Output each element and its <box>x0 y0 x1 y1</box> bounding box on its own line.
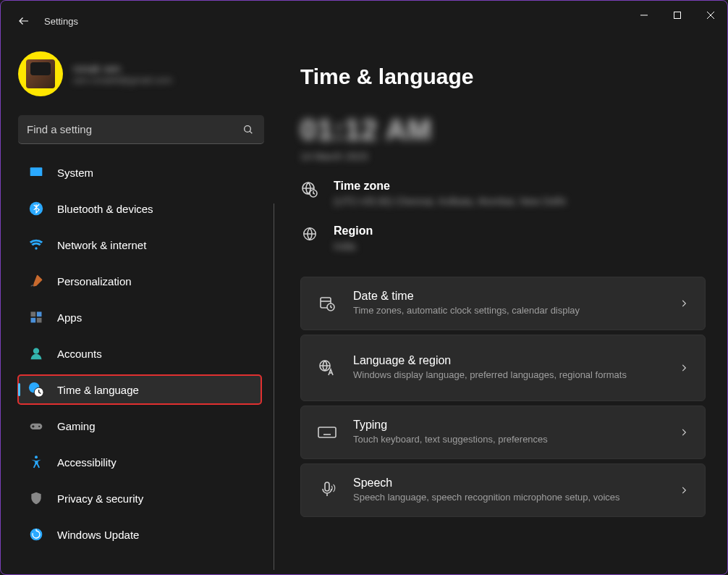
search-input[interactable] <box>27 123 242 135</box>
clock-globe-icon <box>28 382 44 398</box>
close-button[interactable] <box>694 1 727 30</box>
display-icon <box>28 164 44 180</box>
svg-rect-7 <box>30 167 43 176</box>
card-description: Touch keyboard, text suggestions, prefer… <box>353 433 663 446</box>
svg-rect-12 <box>37 318 42 323</box>
sidebar-item-label: Time & language <box>57 384 139 396</box>
apps-icon <box>28 309 44 325</box>
info-row-time-zone[interactable]: Time zone(UTC+05:30) Chennai, Kolkata, M… <box>300 180 706 207</box>
main-panel: Time & language 01:12 AM 14 March 2023 T… <box>276 41 727 574</box>
app-title: Settings <box>44 16 78 27</box>
sidebar-item-label: Bluetooth & devices <box>57 203 153 215</box>
maximize-button[interactable] <box>661 1 694 30</box>
sidebar: ronak sen sen.ronak9@gmail.com SystemBlu… <box>1 41 276 574</box>
chevron-right-icon <box>679 363 689 373</box>
sidebar-item-label: Network & internet <box>57 239 146 251</box>
minimize-button[interactable] <box>627 1 661 30</box>
avatar <box>18 51 63 96</box>
card-description: Time zones, automatic clock settings, ca… <box>353 304 663 317</box>
bluetooth-icon <box>28 201 44 217</box>
gamepad-icon <box>28 418 44 434</box>
settings-card-typing[interactable]: TypingTouch keyboard, text suggestions, … <box>300 406 706 459</box>
window-controls <box>627 1 727 30</box>
card-title: Language & region <box>353 354 663 367</box>
title-bar: Settings <box>1 1 727 41</box>
svg-rect-9 <box>31 312 36 317</box>
sidebar-item-apps[interactable]: Apps <box>18 303 261 332</box>
settings-card-language-region[interactable]: Language & regionWindows display languag… <box>300 335 706 401</box>
card-description: Windows display language, preferred lang… <box>353 369 663 382</box>
sidebar-divider <box>274 203 274 570</box>
sidebar-item-windows-update[interactable]: Windows Update <box>18 520 261 549</box>
svg-rect-1 <box>674 12 681 19</box>
svg-point-17 <box>38 426 40 427</box>
card-description: Speech language, speech recognition micr… <box>353 491 663 504</box>
info-row-region[interactable]: RegionIndia <box>300 224 706 252</box>
profile-block[interactable]: ronak sen sen.ronak9@gmail.com <box>18 51 276 96</box>
search-box[interactable] <box>18 115 264 144</box>
info-value: (UTC+05:30) Chennai, Kolkata, Mumbai, Ne… <box>334 196 566 207</box>
sidebar-item-bluetooth-devices[interactable]: Bluetooth & devices <box>18 194 261 223</box>
person-icon <box>28 345 44 361</box>
sidebar-item-gaming[interactable]: Gaming <box>18 411 261 440</box>
sidebar-item-label: System <box>57 167 93 179</box>
sidebar-item-accounts[interactable]: Accounts <box>18 339 261 368</box>
sidebar-item-privacy-security[interactable]: Privacy & security <box>18 484 261 513</box>
sidebar-item-label: Personalization <box>57 275 132 288</box>
language-icon <box>317 359 337 377</box>
sidebar-item-label: Accounts <box>57 348 102 360</box>
brush-icon <box>28 273 44 289</box>
sidebar-item-accessibility[interactable]: Accessibility <box>18 448 261 477</box>
settings-card-speech[interactable]: SpeechSpeech language, speech recognitio… <box>300 463 706 517</box>
info-value: India <box>334 240 373 252</box>
keyboard-icon <box>317 425 337 440</box>
settings-card-date-time[interactable]: Date & timeTime zones, automatic clock s… <box>300 277 706 330</box>
sidebar-item-time-language[interactable]: Time & language <box>18 375 261 404</box>
sidebar-item-label: Windows Update <box>57 529 139 541</box>
page-title: Time & language <box>300 64 706 89</box>
info-title: Time zone <box>334 180 566 193</box>
svg-line-6 <box>250 131 252 133</box>
svg-rect-11 <box>31 318 36 323</box>
accessibility-icon <box>28 454 44 470</box>
sidebar-item-network-internet[interactable]: Network & internet <box>18 230 261 259</box>
svg-rect-26 <box>318 427 336 437</box>
svg-point-5 <box>245 125 251 132</box>
card-title: Date & time <box>353 290 663 303</box>
sidebar-item-label: Gaming <box>57 420 96 432</box>
chevron-right-icon <box>679 427 689 437</box>
user-email: sen.ronak9@gmail.com <box>73 75 172 85</box>
svg-rect-10 <box>37 312 42 317</box>
update-icon <box>28 526 44 542</box>
svg-point-18 <box>35 456 38 458</box>
calendar-clock-icon <box>317 295 337 312</box>
search-icon <box>242 124 255 135</box>
chevron-right-icon <box>679 485 689 495</box>
card-title: Typing <box>353 419 663 432</box>
back-button[interactable] <box>17 14 31 28</box>
user-name: ronak sen <box>73 62 172 75</box>
sidebar-item-label: Privacy & security <box>57 492 143 505</box>
globe-clock-icon <box>300 181 319 198</box>
chevron-right-icon <box>679 298 689 309</box>
current-date: 14 March 2023 <box>300 151 706 162</box>
sidebar-item-label: Apps <box>57 311 82 324</box>
svg-point-13 <box>33 348 39 354</box>
info-title: Region <box>334 224 373 238</box>
sidebar-item-personalization[interactable]: Personalization <box>18 266 261 295</box>
current-time: 01:12 AM <box>300 114 706 146</box>
card-title: Speech <box>353 477 663 490</box>
shield-icon <box>28 490 44 506</box>
nav-list: SystemBluetooth & devicesNetwork & inter… <box>18 154 276 553</box>
globe-icon <box>300 226 319 242</box>
sidebar-item-system[interactable]: System <box>18 158 261 187</box>
speech-icon <box>317 482 337 499</box>
wifi-icon <box>28 237 44 253</box>
sidebar-item-label: Accessibility <box>57 456 117 469</box>
